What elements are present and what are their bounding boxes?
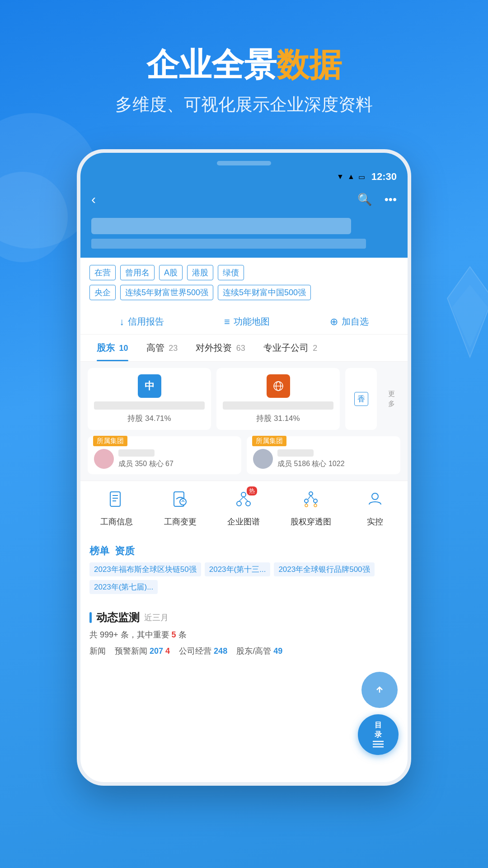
battery-icon: ▭ xyxy=(358,173,365,181)
tabs-row: 股东 10 高管 23 对外投资 63 专业子公司 2 xyxy=(80,335,408,362)
groups-row: 所属集团 成员 350 核心 67 所属集团 成员 5186 核心 1022 xyxy=(80,436,408,481)
func-business-change[interactable]: 工商变更 xyxy=(164,488,197,527)
svg-point-24 xyxy=(372,493,378,500)
shareholder-card-2[interactable]: 持股 31.14% xyxy=(216,368,340,430)
more-options-icon[interactable]: ••• xyxy=(385,193,397,207)
rank-tag-3[interactable]: 2023年全球银行品牌500强 xyxy=(274,562,374,576)
shareholder-avatar-2 xyxy=(267,374,290,398)
shareholders-grid: 中 持股 34.71% 持股 31.14% 香 xyxy=(80,362,408,436)
float-menu-label-1: 目 xyxy=(375,721,382,730)
float-menu-button[interactable]: 目 录 xyxy=(358,714,399,755)
tag-hk-share[interactable]: 港股 xyxy=(187,265,213,280)
company-header xyxy=(80,214,408,258)
app-navbar: ‹ 🔍 ••• xyxy=(80,186,408,214)
phone-frame: ▼ ▲ ▭ 12:30 ‹ 🔍 ••• 在营 曾用名 A股 港股 绿债 xyxy=(77,149,411,786)
tab-investments[interactable]: 对外投资 63 xyxy=(187,335,254,361)
shareholder-hk-card[interactable]: 香 xyxy=(345,368,377,430)
svg-point-9 xyxy=(180,499,186,505)
more-button[interactable]: 更 多 xyxy=(382,368,400,430)
func-equity-penetration[interactable]: 股权穿透图 xyxy=(291,488,331,527)
svg-line-14 xyxy=(244,497,248,501)
monitor-header: 动态监测 近三月 xyxy=(89,610,399,625)
status-bar: ▼ ▲ ▭ 12:30 xyxy=(80,169,408,186)
monitor-period: 近三月 xyxy=(144,612,169,623)
tab-subsidiaries[interactable]: 专业子公司 2 xyxy=(254,335,327,361)
group-stats-1: 成员 350 核心 67 xyxy=(118,459,174,469)
wifi-icon: ▼ xyxy=(337,173,344,181)
shareholder-avatar-1: 中 xyxy=(138,374,161,398)
tag-a-share[interactable]: A股 xyxy=(159,265,183,280)
group-badge-2: 所属集团 xyxy=(252,436,286,446)
group-avatar-1 xyxy=(94,449,114,469)
float-top-button[interactable] xyxy=(361,672,398,708)
function-map-button[interactable]: ≡ 功能地图 xyxy=(224,316,270,328)
search-icon[interactable]: 🔍 xyxy=(357,193,372,207)
scroll-top-icon xyxy=(375,685,384,694)
group-card-2[interactable]: 所属集团 成员 5186 核心 1022 xyxy=(247,436,400,474)
shareholder-name-2-blurred xyxy=(223,401,333,410)
monitor-important-count: 5 xyxy=(172,630,176,639)
group-inner-2: 成员 5186 核心 1022 xyxy=(253,449,394,469)
add-watchlist-button[interactable]: ⊕ 加自选 xyxy=(330,316,369,328)
group-avatar-2 xyxy=(253,449,273,469)
credit-report-label: 信用报告 xyxy=(128,316,164,328)
tab-investments-label: 对外投资 xyxy=(196,343,232,353)
func-label-4: 股权穿透图 xyxy=(291,516,331,527)
group-card-1[interactable]: 所属集团 成员 350 核心 67 xyxy=(88,436,241,474)
function-map-label: 功能地图 xyxy=(234,316,270,328)
rankings-tags: 2023年福布斯全球区块链50强 2023年(第十三... 2023年全球银行品… xyxy=(89,562,399,594)
svg-point-17 xyxy=(314,499,317,503)
svg-point-11 xyxy=(237,501,241,506)
menu-lines-icon xyxy=(373,740,384,749)
more-text-2: 多 xyxy=(388,400,395,408)
company-name-blurred xyxy=(91,218,351,234)
tag-central-enterprise[interactable]: 央企 xyxy=(89,285,116,300)
tab-executives-label: 高管 xyxy=(146,343,164,353)
credit-report-button[interactable]: ↓ 信用报告 xyxy=(119,316,164,328)
tab-executives[interactable]: 高管 23 xyxy=(137,335,187,361)
stat-operations: 公司经营 248 xyxy=(179,646,227,656)
func-business-info[interactable]: 工商信息 xyxy=(100,488,133,527)
company-sub-blurred xyxy=(91,239,366,249)
diamond-decoration xyxy=(438,262,488,363)
tags-row-1: 在营 曾用名 A股 港股 绿债 xyxy=(89,265,399,280)
tags-row-2: 央企 连续5年财富世界500强 连续5年财富中国500强 xyxy=(89,285,399,300)
func-icon-wrap-5 xyxy=(362,488,388,514)
monitor-stats-row: 新闻 预警新闻 207 4 公司经营 248 股东/高管 49 xyxy=(89,646,399,656)
tab-executives-count: 23 xyxy=(169,344,178,353)
monitor-summary: 共 999+ 条，其中重要 5 条 xyxy=(89,629,399,640)
hot-badge: 热 xyxy=(247,486,257,495)
func-enterprise-map[interactable]: 热 企业图谱 xyxy=(227,488,260,527)
group-inner-1: 成员 350 核心 67 xyxy=(94,449,235,469)
tag-green-bond[interactable]: 绿债 xyxy=(218,265,244,280)
svg-point-15 xyxy=(309,492,313,495)
tab-subsidiaries-count: 2 xyxy=(313,344,317,353)
func-label-5: 实控 xyxy=(367,516,383,527)
shareholder-name-1-blurred xyxy=(94,401,205,410)
rank-tag-2[interactable]: 2023年(第十三... xyxy=(205,562,271,576)
tag-former-name[interactable]: 曾用名 xyxy=(120,265,155,280)
stat-warning-news: 预警新闻 207 4 xyxy=(115,646,170,656)
tab-shareholders-count: 10 xyxy=(119,344,128,353)
svg-line-19 xyxy=(311,495,314,499)
shareholder-card-1[interactable]: 中 持股 34.71% xyxy=(88,368,211,430)
rank-tag-4[interactable]: 2023年(第七届)... xyxy=(89,580,158,594)
subtitle: 多维度、可视化展示企业深度资料 xyxy=(0,93,488,116)
tags-area: 在营 曾用名 A股 港股 绿债 央企 连续5年财富世界500强 连续5年财富中国… xyxy=(80,258,408,309)
group-name-2-blurred xyxy=(277,449,314,457)
svg-point-20 xyxy=(305,504,308,507)
tag-fortune-china[interactable]: 连续5年财富中国500强 xyxy=(218,285,311,300)
rank-tag-1[interactable]: 2023年福布斯全球区块链50强 xyxy=(89,562,201,576)
tab-shareholders[interactable]: 股东 10 xyxy=(88,335,137,361)
svg-point-12 xyxy=(246,501,250,506)
func-actual-control[interactable]: 实控 xyxy=(362,488,388,527)
tag-fortune-world[interactable]: 连续5年财富世界500强 xyxy=(120,285,213,300)
tag-operating[interactable]: 在营 xyxy=(89,265,116,280)
float-menu-label-2: 录 xyxy=(375,730,382,740)
svg-point-21 xyxy=(314,504,317,507)
blue-bar-indicator xyxy=(89,612,92,623)
svg-line-13 xyxy=(239,497,244,501)
globe-icon xyxy=(270,378,286,394)
business-info-icon xyxy=(108,491,125,511)
back-button[interactable]: ‹ xyxy=(91,192,96,207)
